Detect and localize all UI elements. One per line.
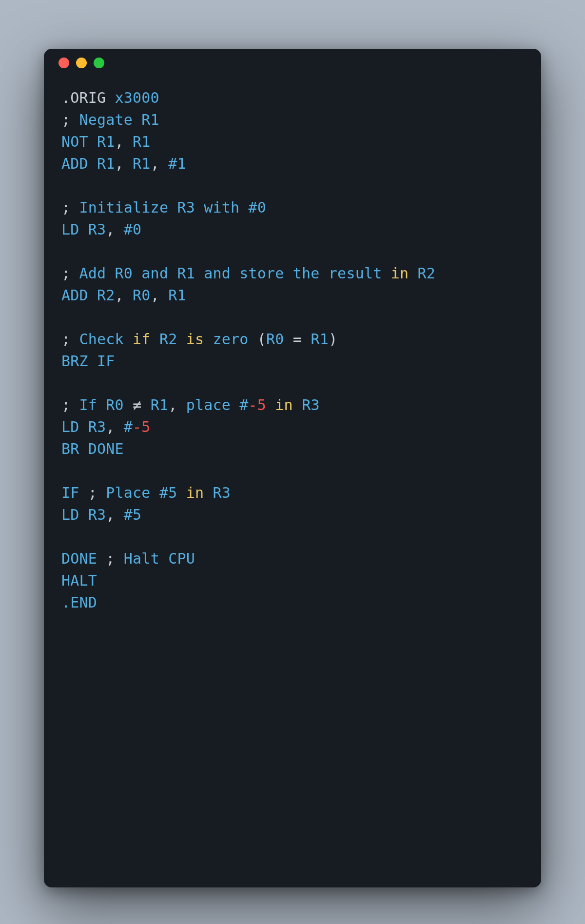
code-token: , (106, 506, 124, 523)
code-token: Place #5 (106, 484, 186, 501)
window-titlebar (44, 49, 541, 77)
code-token: in (391, 265, 409, 282)
code-line: .ORIG x3000 (61, 87, 524, 109)
code-token: is (186, 331, 204, 348)
code-token: place # (186, 396, 249, 413)
code-token: IF (61, 484, 88, 501)
code-token: ; (61, 111, 79, 128)
code-token: #5 (124, 506, 142, 523)
code-token: NOT R1 (61, 133, 115, 150)
code-token: if (133, 331, 151, 348)
code-token: # (124, 418, 133, 435)
code-token: R2 (409, 265, 435, 282)
code-token: ; (106, 550, 124, 567)
code-line: IF ; Place #5 in R3 (61, 482, 524, 504)
code-token: in (186, 484, 204, 501)
code-line: ; Check if R2 is zero (R0 = R1) (61, 328, 524, 350)
code-token: #1 (168, 155, 186, 172)
code-token: R1 (133, 133, 151, 150)
code-token: ; (61, 396, 79, 413)
code-token: R1 (168, 287, 186, 304)
code-token: in (275, 396, 293, 413)
code-token: , (168, 396, 186, 413)
code-line: ; Initialize R3 with #0 (61, 197, 524, 218)
code-line: LD R3, #-5 (61, 416, 524, 438)
code-token: Add R0 and R1 and store the result (79, 265, 391, 282)
code-token: Initialize R3 with #0 (79, 199, 267, 216)
code-token: If R0 (79, 396, 133, 413)
code-token: .END (61, 594, 97, 611)
code-token (266, 396, 275, 413)
code-line: LD R3, #0 (61, 218, 524, 240)
code-line: ADD R2, R0, R1 (61, 284, 524, 306)
code-token: -5 (133, 418, 151, 435)
code-token: , (115, 133, 133, 150)
code-token: R3 (293, 396, 320, 413)
code-token: BRZ IF (61, 353, 115, 370)
code-token: ≠ (133, 396, 151, 413)
code-line (61, 526, 524, 548)
code-token: = (293, 331, 311, 348)
code-token: ADD R1 (61, 155, 115, 172)
code-token: LD R3 (61, 221, 106, 238)
code-line: ; Add R0 and R1 and store the result in … (61, 262, 524, 284)
code-line: ; If R0 ≠ R1, place #-5 in R3 (61, 394, 524, 416)
code-token: zero (204, 331, 257, 348)
code-token: HALT (61, 572, 97, 589)
editor-window: .ORIG x3000; Negate R1NOT R1, R1ADD R1, … (44, 49, 541, 887)
code-token: x3000 (115, 89, 159, 106)
code-token: BR DONE (61, 440, 124, 457)
code-token: ; (61, 331, 79, 348)
code-token: ) (329, 331, 337, 348)
code-line: NOT R1, R1 (61, 131, 524, 153)
code-token: , (115, 155, 133, 172)
code-token: R1 (133, 155, 151, 172)
code-token: , (115, 287, 133, 304)
code-line (61, 240, 524, 262)
code-line (61, 175, 524, 197)
code-token: Negate R1 (79, 111, 159, 128)
code-line: LD R3, #5 (61, 504, 524, 526)
code-token: R1 (311, 331, 329, 348)
code-token: R0 (133, 287, 151, 304)
code-line: HALT (61, 570, 524, 591)
code-token: DONE (61, 550, 106, 567)
code-token: LD R3 (61, 506, 106, 523)
code-token: R1 (151, 396, 169, 413)
code-token: LD R3 (61, 418, 106, 435)
code-token: ; (88, 484, 106, 501)
code-line: DONE ; Halt CPU (61, 548, 524, 570)
code-token: R3 (204, 484, 231, 501)
code-token: ; (61, 199, 79, 216)
code-line (61, 306, 524, 328)
code-line (61, 460, 524, 482)
code-token: Halt CPU (124, 550, 195, 567)
close-icon[interactable] (58, 58, 69, 68)
code-token: ADD R2 (61, 287, 115, 304)
code-area[interactable]: .ORIG x3000; Negate R1NOT R1, R1ADD R1, … (44, 77, 541, 613)
code-line: BR DONE (61, 438, 524, 460)
code-line (61, 372, 524, 394)
code-token: .ORIG (61, 89, 115, 106)
code-token: Check (79, 331, 133, 348)
code-line: ; Negate R1 (61, 109, 524, 131)
code-line: ADD R1, R1, #1 (61, 153, 524, 175)
code-token: -5 (249, 396, 267, 413)
maximize-icon[interactable] (94, 58, 104, 68)
code-token: , (106, 418, 124, 435)
code-token: #0 (124, 221, 142, 238)
code-token: ( (257, 331, 266, 348)
code-token: , (151, 287, 169, 304)
code-token: ; (61, 265, 79, 282)
code-line: BRZ IF (61, 350, 524, 372)
code-token: R0 (266, 331, 293, 348)
code-token: R2 (151, 331, 186, 348)
minimize-icon[interactable] (76, 58, 87, 68)
code-token: , (151, 155, 169, 172)
code-token: , (106, 221, 124, 238)
code-line: .END (61, 591, 524, 613)
